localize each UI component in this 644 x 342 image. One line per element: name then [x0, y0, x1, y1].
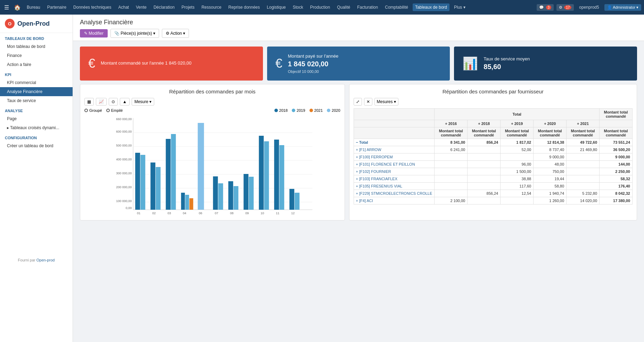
- pivot-v2018: [468, 168, 501, 175]
- sidebar-item-mon-tableau[interactable]: Mon tableau de bord: [0, 42, 73, 51]
- svg-rect-26: [213, 176, 218, 210]
- bar-chart-toolbar: ▦ 📈 ⊙ ▲ Mesure ▾: [84, 98, 340, 106]
- action-button[interactable]: ⚙ Action ▾: [162, 29, 189, 38]
- th-fournisseur: [354, 120, 435, 127]
- svg-rect-19: [156, 167, 160, 210]
- pivot-label[interactable]: − Total: [354, 139, 435, 146]
- nav-achat[interactable]: Achat: [116, 3, 132, 11]
- pivot-label[interactable]: + [F102] FOURNIER: [354, 168, 435, 175]
- nav-ressource[interactable]: Ressource: [199, 3, 224, 11]
- pivot-v2021: 49 722,60: [567, 139, 600, 146]
- right-toolbar: ⤢ ✕ Mesures ▾: [354, 98, 633, 106]
- pivot-v2018: [468, 153, 501, 161]
- pivot-label[interactable]: + [F100] FERROPEM: [354, 153, 435, 161]
- legend-empile-label: Empilé: [111, 108, 123, 112]
- bar-chart-btn-bar[interactable]: ▦: [84, 98, 94, 106]
- svg-text:500 000,00: 500 000,00: [116, 144, 132, 147]
- svg-text:04: 04: [183, 211, 186, 215]
- nav-vente[interactable]: Vente: [133, 3, 149, 11]
- sidebar: O Open-Prod Tableaux de bord Mon tableau…: [0, 15, 73, 342]
- sidebar-item-finance[interactable]: Finance: [0, 51, 73, 60]
- collapse-btn[interactable]: ✕: [364, 98, 372, 106]
- pivot-label[interactable]: + [F105] FRESENIUS VIAL: [354, 183, 435, 190]
- pivot-label[interactable]: + [F103] FRANCIAFLEX: [354, 175, 435, 183]
- pivot-total: 2 250,00: [600, 168, 633, 175]
- bar-chart-card: Répartition des commandes par mois ▦ 📈 ⊙…: [80, 84, 345, 220]
- chat-icon-btn[interactable]: 💬 3: [537, 4, 554, 11]
- pivot-label[interactable]: + [F229] STMICROELECTRONICS CROLLE: [354, 190, 435, 197]
- nav-plus[interactable]: Plus ▾: [452, 3, 468, 11]
- pivot-v2018: 856,24: [468, 139, 501, 146]
- svg-text:200 000,00: 200 000,00: [116, 185, 132, 189]
- kpi-euro-icon-2: €: [275, 56, 282, 71]
- pieces-button[interactable]: 📎 Pièce(s) jointe(s) ▾: [110, 29, 159, 38]
- nav-facturation[interactable]: Facturation: [355, 3, 380, 11]
- sidebar-item-taux-service[interactable]: Taux de service: [0, 96, 73, 105]
- pivot-total: 176,40: [600, 183, 633, 190]
- top-nav: ☰ 🏠 Bureau Partenaire Données techniques…: [0, 0, 644, 15]
- pivot-v2021: 5 232,80: [567, 190, 600, 197]
- svg-text:09: 09: [245, 211, 249, 215]
- nav-reprise[interactable]: Reprise données: [226, 3, 262, 11]
- table-scroll[interactable]: Total Montant total commandé + 2016 + 20…: [354, 108, 633, 205]
- pivot-v2021: 14 020,00: [567, 197, 600, 205]
- pivot-total: 144,00: [600, 161, 633, 168]
- gear-icon-btn[interactable]: ⚙ 17: [556, 4, 574, 11]
- pivot-label[interactable]: + [F1] ARROW: [354, 146, 435, 153]
- legend-2020-dot: [327, 109, 330, 112]
- nav-declaration[interactable]: Déclaration: [151, 3, 177, 11]
- nav-production[interactable]: Production: [308, 3, 332, 11]
- pivot-total: 36 500,20: [600, 146, 633, 153]
- nav-projets[interactable]: Projets: [179, 3, 197, 11]
- pivot-table: Total Montant total commandé + 2016 + 20…: [354, 108, 633, 205]
- sidebar-item-action[interactable]: Action a faire: [0, 60, 73, 69]
- sidebar-footer-link[interactable]: Open-prod: [36, 258, 55, 262]
- th-sub-2016: Montant total commandé: [435, 127, 468, 139]
- svg-text:600 000,00: 600 000,00: [116, 130, 132, 133]
- pivot-v2016: 2 100,00: [435, 197, 468, 205]
- hamburger-icon[interactable]: ☰: [3, 3, 10, 12]
- pivot-v2021: [567, 175, 600, 183]
- modifier-button[interactable]: ✎ Modifier: [80, 29, 108, 37]
- bar-chart-btn-line[interactable]: 📈: [96, 98, 107, 106]
- svg-rect-16: [135, 153, 140, 210]
- th-total-col: [600, 120, 633, 127]
- nav-donnees[interactable]: Données techniques: [71, 3, 114, 11]
- mesures-btn[interactable]: Mesures ▾: [374, 98, 398, 106]
- sidebar-item-page[interactable]: Page: [0, 114, 73, 123]
- bar-chart-mesure-btn[interactable]: Mesure ▾: [132, 98, 154, 106]
- svg-text:01: 01: [137, 211, 140, 215]
- nav-tableaux[interactable]: Tableaux de bord: [413, 3, 449, 11]
- expand-btn[interactable]: ⤢: [354, 98, 362, 106]
- kpi-text-1: Montant commandé sur l'année 1 845 020,0…: [101, 60, 191, 67]
- sidebar-item-tableaux-croises[interactable]: ▸ Tableaux croisés dynami...: [0, 123, 73, 132]
- nav-stock[interactable]: Stock: [290, 3, 306, 11]
- user-button[interactable]: 👤 Administrator ▾: [604, 4, 641, 11]
- page-title: Analyse Financière: [80, 19, 637, 26]
- kpi-label-3: Taux de service moyen: [484, 56, 530, 61]
- th-2018: + 2018: [468, 120, 501, 127]
- pivot-v2018: [468, 175, 501, 183]
- sidebar-item-analyse-fin[interactable]: Analyse Financière: [0, 87, 73, 96]
- kpi-card-montant-paye: € Montant payé sur l'année 1 845 020,00 …: [267, 47, 450, 81]
- nav-logistique[interactable]: Logistique: [264, 3, 288, 11]
- sidebar-item-creer-tableau[interactable]: Créer un tableau de bord: [0, 141, 73, 150]
- th-sub-2020: Montant total commandé: [534, 127, 567, 139]
- nav-bureau[interactable]: Bureau: [24, 3, 43, 11]
- section-title-analyse: Analyse: [0, 105, 73, 114]
- bar-chart-btn-pie[interactable]: ⊙: [109, 98, 118, 106]
- bar-chart-btn-area[interactable]: ▲: [120, 98, 130, 106]
- nav-partenaire[interactable]: Partenaire: [45, 3, 69, 11]
- legend-2019-dot: [292, 109, 295, 112]
- home-icon[interactable]: 🏠: [13, 3, 22, 12]
- sidebar-item-kpi-commercial[interactable]: KPI commercial: [0, 78, 73, 87]
- kpi-label-2: Montant payé sur l'année: [288, 53, 339, 59]
- pivot-v2021: [567, 183, 600, 190]
- bar-chart-title: Répartition des commandes par mois: [84, 89, 340, 94]
- nav-comptabilite[interactable]: Comptabilité: [382, 3, 411, 11]
- svg-rect-36: [289, 189, 294, 210]
- pivot-label[interactable]: + [F101] FLORENCE ET PEILLON: [354, 161, 435, 168]
- pivot-label[interactable]: + [F4] ACI: [354, 197, 435, 205]
- nav-qualite[interactable]: Qualité: [335, 3, 353, 11]
- svg-text:02: 02: [152, 211, 156, 215]
